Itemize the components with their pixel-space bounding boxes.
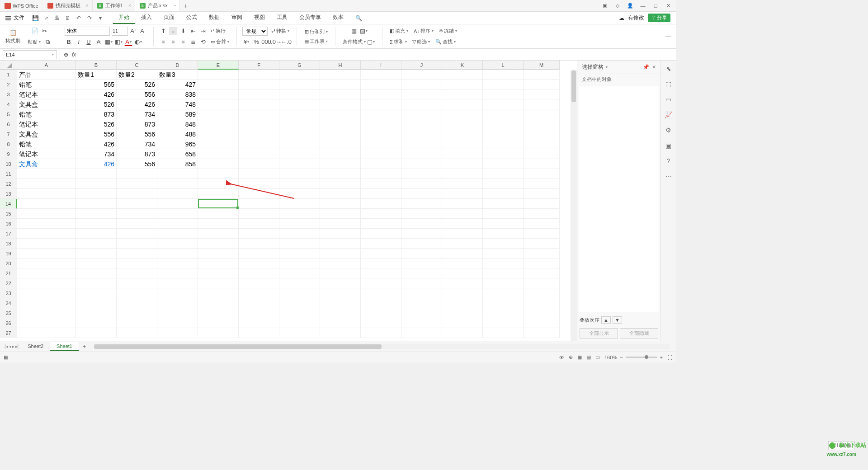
cell[interactable] bbox=[198, 298, 239, 308]
cell[interactable]: 427 bbox=[157, 80, 198, 89]
cell[interactable] bbox=[524, 109, 560, 119]
cell[interactable] bbox=[17, 258, 76, 268]
col-header-G[interactable]: G bbox=[279, 61, 320, 70]
cell[interactable] bbox=[279, 129, 320, 139]
view-break-icon[interactable]: ▭ bbox=[595, 354, 600, 360]
cell[interactable] bbox=[401, 278, 442, 288]
cell[interactable] bbox=[442, 308, 483, 318]
font-size-select[interactable] bbox=[112, 27, 128, 36]
help-tool-icon[interactable]: ? bbox=[664, 156, 673, 165]
zoom-out-icon[interactable]: − bbox=[620, 355, 623, 360]
row-header[interactable]: 18 bbox=[0, 239, 17, 249]
cell[interactable] bbox=[442, 179, 483, 189]
file-menu[interactable]: 文件 bbox=[3, 14, 27, 22]
cell[interactable] bbox=[524, 278, 560, 288]
cell[interactable] bbox=[483, 219, 524, 229]
cell[interactable]: 铅笔 bbox=[17, 139, 76, 149]
cell[interactable] bbox=[239, 139, 279, 149]
cell[interactable] bbox=[442, 149, 483, 159]
cell[interactable]: 556 bbox=[117, 89, 157, 99]
cell[interactable] bbox=[117, 189, 157, 199]
cell[interactable] bbox=[401, 258, 442, 268]
cell[interactable] bbox=[279, 239, 320, 249]
cell[interactable] bbox=[483, 179, 524, 189]
cell[interactable] bbox=[76, 219, 117, 229]
view-focus-icon[interactable]: ⊕ bbox=[569, 354, 573, 360]
new-tab-button[interactable]: + bbox=[180, 2, 192, 9]
cell[interactable]: 873 bbox=[76, 109, 117, 119]
cell[interactable] bbox=[442, 139, 483, 149]
cell[interactable] bbox=[117, 229, 157, 239]
font-color-button[interactable]: A▾ bbox=[124, 38, 132, 46]
cell[interactable]: 556 bbox=[76, 129, 117, 139]
formula-input[interactable] bbox=[80, 49, 676, 60]
cell[interactable] bbox=[239, 209, 279, 219]
cell[interactable] bbox=[483, 119, 524, 129]
cell[interactable] bbox=[361, 258, 401, 268]
cell[interactable] bbox=[279, 209, 320, 219]
cell[interactable] bbox=[239, 70, 279, 80]
cell[interactable] bbox=[157, 258, 198, 268]
sheet-tab[interactable]: Sheet1 bbox=[50, 342, 79, 351]
row-header[interactable]: 2 bbox=[0, 80, 17, 89]
cell[interactable] bbox=[279, 288, 320, 298]
percent-icon[interactable]: % bbox=[252, 38, 260, 46]
cell[interactable] bbox=[279, 278, 320, 288]
cell[interactable] bbox=[361, 199, 401, 209]
row-header[interactable]: 4 bbox=[0, 99, 17, 109]
search-icon[interactable]: 🔍 bbox=[355, 15, 362, 21]
move-up-icon[interactable]: ▲ bbox=[601, 316, 611, 324]
cell[interactable] bbox=[117, 278, 157, 288]
cell[interactable] bbox=[483, 89, 524, 99]
cell[interactable] bbox=[279, 258, 320, 268]
cell[interactable] bbox=[76, 169, 117, 179]
maximize-button[interactable]: □ bbox=[650, 1, 661, 11]
col-header-C[interactable]: C bbox=[117, 61, 157, 70]
menu-tab-视图[interactable]: 视图 bbox=[249, 12, 270, 24]
cell[interactable] bbox=[361, 278, 401, 288]
cell[interactable] bbox=[76, 229, 117, 239]
cell[interactable] bbox=[76, 278, 117, 288]
cell[interactable] bbox=[442, 249, 483, 258]
cell[interactable] bbox=[524, 149, 560, 159]
cell[interactable] bbox=[442, 70, 483, 80]
cell[interactable] bbox=[442, 169, 483, 179]
cell[interactable] bbox=[524, 99, 560, 109]
cell[interactable] bbox=[320, 288, 361, 298]
cell[interactable] bbox=[17, 209, 76, 219]
cell[interactable] bbox=[279, 249, 320, 258]
sheet-tab[interactable]: Sheet2 bbox=[21, 342, 50, 351]
row-header[interactable]: 10 bbox=[0, 159, 17, 169]
format-brush-button[interactable]: 格式刷 bbox=[5, 38, 20, 44]
cell[interactable] bbox=[442, 80, 483, 89]
cell[interactable] bbox=[442, 159, 483, 169]
cell[interactable] bbox=[401, 149, 442, 159]
cell[interactable] bbox=[157, 179, 198, 189]
col-header-F[interactable]: F bbox=[239, 61, 279, 70]
cell[interactable] bbox=[320, 298, 361, 308]
cell[interactable] bbox=[442, 109, 483, 119]
tab-close-icon[interactable]: × bbox=[86, 3, 89, 8]
row-header[interactable]: 11 bbox=[0, 169, 17, 179]
cell[interactable] bbox=[524, 89, 560, 99]
cell[interactable] bbox=[361, 328, 401, 338]
minimize-button[interactable]: — bbox=[637, 1, 649, 11]
row-header[interactable]: 26 bbox=[0, 318, 17, 328]
cell[interactable] bbox=[76, 199, 117, 209]
col-header-M[interactable]: M bbox=[524, 61, 560, 70]
cell[interactable] bbox=[117, 288, 157, 298]
cell[interactable] bbox=[401, 229, 442, 239]
cell[interactable]: 556 bbox=[117, 159, 157, 169]
close-panel-icon[interactable]: ✕ bbox=[652, 64, 656, 70]
cell[interactable] bbox=[483, 149, 524, 159]
cell[interactable] bbox=[157, 199, 198, 209]
cell[interactable]: 文具盒 bbox=[17, 159, 76, 169]
cell[interactable] bbox=[483, 278, 524, 288]
cell[interactable] bbox=[401, 219, 442, 229]
cell[interactable] bbox=[524, 298, 560, 308]
cell[interactable] bbox=[279, 149, 320, 159]
align-left-icon[interactable]: ≡ bbox=[159, 38, 167, 46]
cell[interactable] bbox=[198, 169, 239, 179]
cond-format-button[interactable]: 条件格式▾ ▢▾ bbox=[341, 37, 377, 47]
cell[interactable] bbox=[279, 199, 320, 209]
